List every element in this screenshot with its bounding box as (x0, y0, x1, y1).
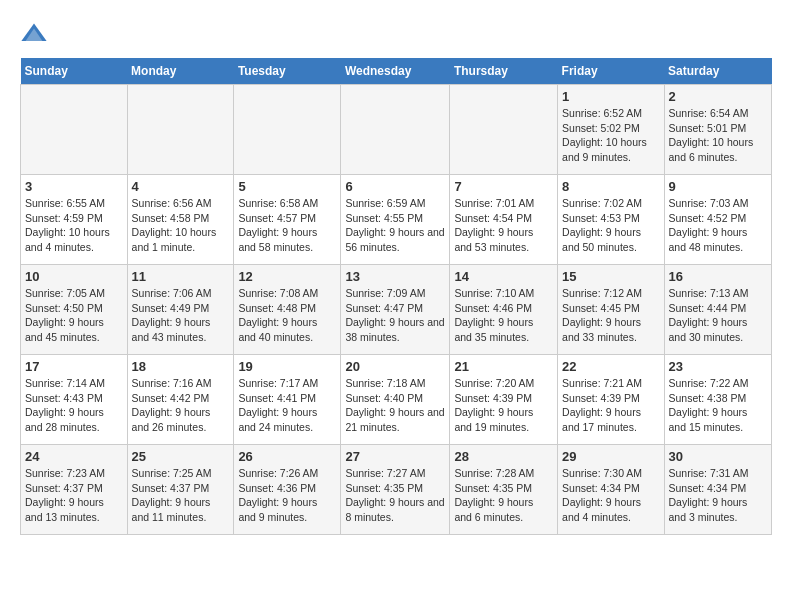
day-number: 2 (669, 89, 767, 104)
day-number: 10 (25, 269, 123, 284)
day-number: 25 (132, 449, 230, 464)
day-number: 3 (25, 179, 123, 194)
weekday-sunday: Sunday (21, 58, 128, 85)
logo (20, 20, 52, 48)
day-info: Sunrise: 6:59 AM Sunset: 4:55 PM Dayligh… (345, 196, 445, 255)
day-number: 1 (562, 89, 659, 104)
day-cell: 12Sunrise: 7:08 AM Sunset: 4:48 PM Dayli… (234, 265, 341, 355)
day-cell: 29Sunrise: 7:30 AM Sunset: 4:34 PM Dayli… (558, 445, 664, 535)
day-info: Sunrise: 6:52 AM Sunset: 5:02 PM Dayligh… (562, 106, 659, 165)
day-cell: 22Sunrise: 7:21 AM Sunset: 4:39 PM Dayli… (558, 355, 664, 445)
day-info: Sunrise: 7:22 AM Sunset: 4:38 PM Dayligh… (669, 376, 767, 435)
day-info: Sunrise: 7:17 AM Sunset: 4:41 PM Dayligh… (238, 376, 336, 435)
day-cell: 26Sunrise: 7:26 AM Sunset: 4:36 PM Dayli… (234, 445, 341, 535)
day-cell: 6Sunrise: 6:59 AM Sunset: 4:55 PM Daylig… (341, 175, 450, 265)
day-number: 15 (562, 269, 659, 284)
day-cell: 9Sunrise: 7:03 AM Sunset: 4:52 PM Daylig… (664, 175, 771, 265)
day-cell: 3Sunrise: 6:55 AM Sunset: 4:59 PM Daylig… (21, 175, 128, 265)
day-info: Sunrise: 7:23 AM Sunset: 4:37 PM Dayligh… (25, 466, 123, 525)
week-row-2: 3Sunrise: 6:55 AM Sunset: 4:59 PM Daylig… (21, 175, 772, 265)
day-number: 21 (454, 359, 553, 374)
weekday-thursday: Thursday (450, 58, 558, 85)
day-info: Sunrise: 7:26 AM Sunset: 4:36 PM Dayligh… (238, 466, 336, 525)
day-cell: 11Sunrise: 7:06 AM Sunset: 4:49 PM Dayli… (127, 265, 234, 355)
day-cell: 7Sunrise: 7:01 AM Sunset: 4:54 PM Daylig… (450, 175, 558, 265)
day-info: Sunrise: 7:25 AM Sunset: 4:37 PM Dayligh… (132, 466, 230, 525)
day-number: 9 (669, 179, 767, 194)
day-info: Sunrise: 6:56 AM Sunset: 4:58 PM Dayligh… (132, 196, 230, 255)
day-cell: 30Sunrise: 7:31 AM Sunset: 4:34 PM Dayli… (664, 445, 771, 535)
day-cell: 24Sunrise: 7:23 AM Sunset: 4:37 PM Dayli… (21, 445, 128, 535)
day-number: 22 (562, 359, 659, 374)
day-info: Sunrise: 7:28 AM Sunset: 4:35 PM Dayligh… (454, 466, 553, 525)
day-number: 11 (132, 269, 230, 284)
day-number: 30 (669, 449, 767, 464)
day-cell (21, 85, 128, 175)
page-header (20, 20, 772, 48)
day-number: 8 (562, 179, 659, 194)
day-info: Sunrise: 7:18 AM Sunset: 4:40 PM Dayligh… (345, 376, 445, 435)
day-cell: 20Sunrise: 7:18 AM Sunset: 4:40 PM Dayli… (341, 355, 450, 445)
day-info: Sunrise: 7:14 AM Sunset: 4:43 PM Dayligh… (25, 376, 123, 435)
day-cell: 28Sunrise: 7:28 AM Sunset: 4:35 PM Dayli… (450, 445, 558, 535)
day-info: Sunrise: 7:20 AM Sunset: 4:39 PM Dayligh… (454, 376, 553, 435)
day-cell: 18Sunrise: 7:16 AM Sunset: 4:42 PM Dayli… (127, 355, 234, 445)
weekday-saturday: Saturday (664, 58, 771, 85)
day-cell: 16Sunrise: 7:13 AM Sunset: 4:44 PM Dayli… (664, 265, 771, 355)
day-cell: 17Sunrise: 7:14 AM Sunset: 4:43 PM Dayli… (21, 355, 128, 445)
day-info: Sunrise: 6:54 AM Sunset: 5:01 PM Dayligh… (669, 106, 767, 165)
weekday-header: SundayMondayTuesdayWednesdayThursdayFrid… (21, 58, 772, 85)
day-cell: 4Sunrise: 6:56 AM Sunset: 4:58 PM Daylig… (127, 175, 234, 265)
day-info: Sunrise: 7:21 AM Sunset: 4:39 PM Dayligh… (562, 376, 659, 435)
day-cell (450, 85, 558, 175)
day-number: 20 (345, 359, 445, 374)
day-info: Sunrise: 7:12 AM Sunset: 4:45 PM Dayligh… (562, 286, 659, 345)
day-number: 17 (25, 359, 123, 374)
calendar-body: 1Sunrise: 6:52 AM Sunset: 5:02 PM Daylig… (21, 85, 772, 535)
day-number: 6 (345, 179, 445, 194)
day-info: Sunrise: 7:05 AM Sunset: 4:50 PM Dayligh… (25, 286, 123, 345)
logo-icon (20, 20, 48, 48)
day-number: 13 (345, 269, 445, 284)
day-cell: 1Sunrise: 6:52 AM Sunset: 5:02 PM Daylig… (558, 85, 664, 175)
day-info: Sunrise: 7:03 AM Sunset: 4:52 PM Dayligh… (669, 196, 767, 255)
day-cell: 23Sunrise: 7:22 AM Sunset: 4:38 PM Dayli… (664, 355, 771, 445)
day-number: 27 (345, 449, 445, 464)
day-number: 26 (238, 449, 336, 464)
day-number: 7 (454, 179, 553, 194)
day-cell (341, 85, 450, 175)
week-row-5: 24Sunrise: 7:23 AM Sunset: 4:37 PM Dayli… (21, 445, 772, 535)
day-info: Sunrise: 7:01 AM Sunset: 4:54 PM Dayligh… (454, 196, 553, 255)
day-cell: 25Sunrise: 7:25 AM Sunset: 4:37 PM Dayli… (127, 445, 234, 535)
day-cell: 10Sunrise: 7:05 AM Sunset: 4:50 PM Dayli… (21, 265, 128, 355)
week-row-4: 17Sunrise: 7:14 AM Sunset: 4:43 PM Dayli… (21, 355, 772, 445)
week-row-3: 10Sunrise: 7:05 AM Sunset: 4:50 PM Dayli… (21, 265, 772, 355)
weekday-tuesday: Tuesday (234, 58, 341, 85)
day-number: 24 (25, 449, 123, 464)
day-info: Sunrise: 7:06 AM Sunset: 4:49 PM Dayligh… (132, 286, 230, 345)
day-info: Sunrise: 7:10 AM Sunset: 4:46 PM Dayligh… (454, 286, 553, 345)
day-info: Sunrise: 7:09 AM Sunset: 4:47 PM Dayligh… (345, 286, 445, 345)
week-row-1: 1Sunrise: 6:52 AM Sunset: 5:02 PM Daylig… (21, 85, 772, 175)
day-cell: 14Sunrise: 7:10 AM Sunset: 4:46 PM Dayli… (450, 265, 558, 355)
day-cell: 2Sunrise: 6:54 AM Sunset: 5:01 PM Daylig… (664, 85, 771, 175)
day-info: Sunrise: 7:08 AM Sunset: 4:48 PM Dayligh… (238, 286, 336, 345)
day-number: 18 (132, 359, 230, 374)
day-cell (234, 85, 341, 175)
weekday-wednesday: Wednesday (341, 58, 450, 85)
calendar-table: SundayMondayTuesdayWednesdayThursdayFrid… (20, 58, 772, 535)
day-info: Sunrise: 7:02 AM Sunset: 4:53 PM Dayligh… (562, 196, 659, 255)
day-number: 12 (238, 269, 336, 284)
weekday-friday: Friday (558, 58, 664, 85)
day-number: 16 (669, 269, 767, 284)
day-cell: 5Sunrise: 6:58 AM Sunset: 4:57 PM Daylig… (234, 175, 341, 265)
day-info: Sunrise: 7:13 AM Sunset: 4:44 PM Dayligh… (669, 286, 767, 345)
day-number: 29 (562, 449, 659, 464)
weekday-monday: Monday (127, 58, 234, 85)
day-cell (127, 85, 234, 175)
day-info: Sunrise: 7:16 AM Sunset: 4:42 PM Dayligh… (132, 376, 230, 435)
day-number: 28 (454, 449, 553, 464)
day-cell: 19Sunrise: 7:17 AM Sunset: 4:41 PM Dayli… (234, 355, 341, 445)
day-cell: 15Sunrise: 7:12 AM Sunset: 4:45 PM Dayli… (558, 265, 664, 355)
day-info: Sunrise: 6:58 AM Sunset: 4:57 PM Dayligh… (238, 196, 336, 255)
